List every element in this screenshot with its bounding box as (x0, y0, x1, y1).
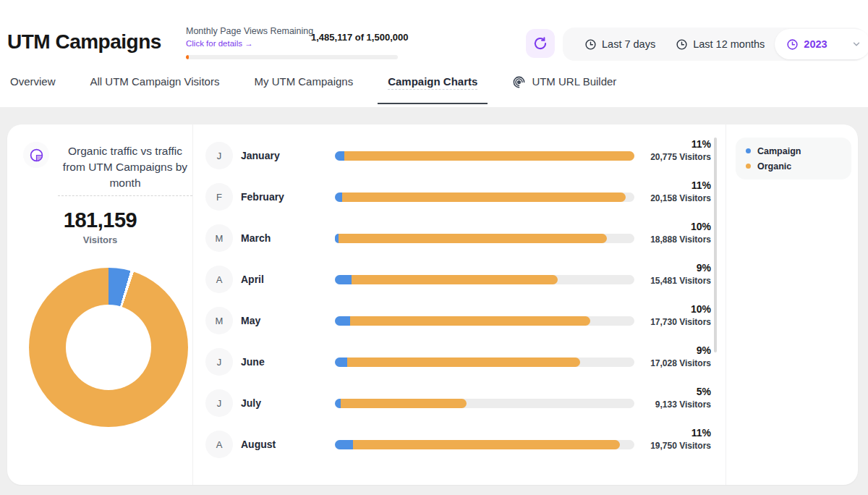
month-label: June (241, 356, 265, 368)
tab-overview[interactable]: Overview (10, 75, 56, 102)
organic-bar-segment (339, 234, 607, 243)
campaign-bar-segment (335, 399, 341, 408)
month-stats: 10% 18,888 Visitors (650, 221, 711, 245)
month-avatar: M (205, 307, 233, 334)
clock-icon (676, 38, 688, 51)
organic-bar-segment (352, 275, 558, 284)
month-row[interactable]: J January 11% 20,775 Visitors (193, 135, 726, 177)
bar-track (335, 275, 634, 284)
usage-details-link[interactable]: Click for details → (186, 39, 253, 48)
month-avatar: J (205, 389, 233, 417)
organic-bar-segment (353, 440, 620, 449)
donut-chart (29, 268, 188, 427)
legend-panel: Campaign Organic (726, 124, 858, 485)
month-label: January (241, 150, 280, 161)
month-avatar: A (205, 266, 233, 293)
month-row[interactable]: J June 9% 17,028 Visitors (193, 342, 726, 383)
month-label: July (241, 397, 261, 409)
campaign-bar-segment (335, 316, 350, 326)
organic-bar-segment (341, 399, 467, 408)
clock-icon (786, 38, 799, 51)
organic-bar-segment (350, 316, 590, 326)
tab-label: Overview (10, 75, 56, 89)
month-percent: 10% (650, 303, 711, 315)
utm-builder-icon (512, 75, 526, 89)
bar-track (335, 316, 634, 326)
tab-my-utm-campaigns[interactable]: My UTM Campaigns (254, 75, 353, 102)
usage-progress-bar (186, 55, 398, 59)
month-label: February (241, 191, 284, 203)
campaign-bar-segment (335, 358, 347, 367)
legend-label: Campaign (757, 146, 801, 156)
legend: Campaign Organic (736, 138, 851, 179)
bar-track (335, 192, 634, 202)
organic-bar-segment (344, 151, 634, 161)
month-avatar: M (205, 224, 233, 252)
month-rows: J January 11% 20,775 Visitors F February… (193, 135, 726, 465)
month-avatar: J (205, 348, 233, 376)
month-percent: 9% (650, 262, 711, 274)
legend-label: Organic (757, 161, 791, 172)
month-label: May (241, 315, 260, 326)
time-range-label: Last 7 days (602, 38, 655, 50)
tab-label: UTM URL Builder (532, 75, 616, 89)
chart-title: Organic traffic vs traffic from UTM Camp… (58, 143, 192, 196)
month-stats: 9% 17,028 Visitors (650, 344, 711, 368)
campaign-bar-segment (335, 440, 353, 449)
month-percent: 10% (650, 221, 711, 232)
month-percent: 9% (650, 344, 711, 356)
month-visitors: 17,028 Visitors (650, 358, 711, 368)
tab-label: My UTM Campaigns (254, 75, 353, 89)
refresh-button[interactable] (526, 29, 555, 58)
month-row[interactable]: A August 11% 19,750 Visitors (193, 424, 726, 465)
time-range-last-7-days[interactable]: Last 7 days (574, 38, 665, 51)
month-row[interactable]: M May 10% 17,730 Visitors (193, 300, 726, 342)
scrollbar[interactable] (714, 138, 717, 352)
month-visitors: 15,481 Visitors (650, 276, 711, 286)
month-avatar: F (205, 183, 233, 211)
month-stats: 9% 15,481 Visitors (650, 262, 711, 286)
month-label: March (241, 232, 271, 244)
chevron-down-icon[interactable] (851, 39, 861, 49)
month-percent: 5% (655, 386, 711, 397)
refresh-icon (533, 36, 548, 51)
bar-track (335, 234, 634, 243)
pie-chart-icon (23, 142, 49, 168)
tab-campaign-charts[interactable]: Campaign Charts (378, 75, 488, 104)
legend-item-campaign: Campaign (746, 146, 841, 156)
time-range-2023[interactable]: 2023 (775, 29, 868, 59)
month-visitors: 20,158 Visitors (650, 193, 711, 203)
bar-track (335, 358, 634, 367)
month-visitors: 19,750 Visitors (650, 441, 711, 451)
legend-item-organic: Organic (746, 161, 841, 172)
month-stats: 5% 9,133 Visitors (655, 386, 711, 410)
bar-track (335, 440, 634, 449)
tab-label: Campaign Charts (388, 75, 477, 90)
usage-progress-fill (186, 55, 189, 59)
tab-all-utm-campaign-visitors[interactable]: All UTM Campaign Visitors (90, 75, 220, 102)
month-stats: 11% 19,750 Visitors (650, 427, 711, 451)
month-visitors: 9,133 Visitors (655, 399, 711, 410)
month-row[interactable]: F February 11% 20,158 Visitors (193, 177, 726, 218)
time-range-last-12-months[interactable]: Last 12 months (665, 38, 775, 51)
campaign-bar-segment (335, 275, 352, 284)
month-percent: 11% (650, 138, 711, 150)
month-row[interactable]: A April 9% 15,481 Visitors (193, 259, 726, 300)
organic-bar-segment (342, 192, 626, 202)
month-stats: 11% 20,775 Visitors (650, 138, 711, 162)
summary-panel: Organic traffic vs traffic from UTM Camp… (7, 124, 193, 485)
total-visitors-value: 181,159 (7, 208, 193, 232)
month-avatar: A (205, 431, 233, 458)
month-row[interactable]: J July 5% 9,133 Visitors (193, 383, 726, 424)
time-range-label: 2023 (804, 38, 827, 50)
month-row[interactable]: M March 10% 18,888 Visitors (193, 218, 726, 259)
utm-campaigns-page: UTM Campaigns Monthly Page Views Remaini… (0, 0, 868, 495)
month-percent: 11% (650, 179, 711, 191)
tab-utm-url-builder[interactable]: UTM URL Builder (512, 75, 616, 102)
usage-value: 1,485,117 of 1,500,000 (311, 32, 408, 43)
time-range-group: Last 7 days Last 12 months 2023 (563, 28, 866, 61)
month-stats: 11% 20,158 Visitors (650, 179, 711, 203)
organic-dot (746, 164, 751, 169)
tab-label: All UTM Campaign Visitors (90, 75, 220, 89)
bar-track (335, 399, 634, 408)
